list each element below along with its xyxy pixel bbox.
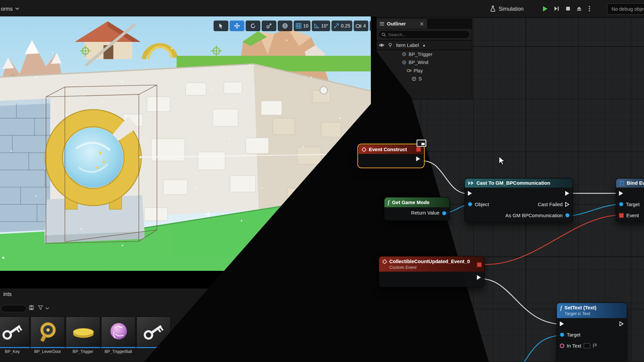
delegate-pin[interactable] bbox=[416, 147, 421, 152]
cast-failed-exec-pin[interactable] bbox=[565, 202, 570, 207]
cast-icon bbox=[468, 181, 474, 185]
chevron-down-icon[interactable] bbox=[45, 307, 49, 310]
rotation-snap-toggle[interactable]: 10° bbox=[312, 20, 330, 31]
pin-label: Target bbox=[626, 201, 640, 207]
asset-tile[interactable]: BP_LeverDoor bbox=[31, 316, 65, 354]
move-icon bbox=[234, 23, 240, 29]
node-title: SetText (Text) bbox=[565, 305, 596, 311]
key-thumbnail-art bbox=[0, 317, 30, 346]
asset-tile[interactable]: BP_TriggerBall bbox=[101, 316, 136, 354]
return-value-pin[interactable] bbox=[442, 211, 446, 215]
window-preview-icon bbox=[417, 139, 426, 147]
unreal-editor-window: orms Simulation No debug obje bbox=[0, 0, 644, 362]
asset-name: BP_TriggerBall bbox=[101, 348, 136, 354]
pin-label: As GM BPCommunication bbox=[505, 213, 563, 218]
rotation-snap-value: 10° bbox=[321, 23, 328, 28]
trigger-ball-thumbnail-art bbox=[101, 317, 136, 346]
grid-snap-icon bbox=[296, 23, 302, 29]
node-bind-event[interactable]: Bind Ev Target Event bbox=[616, 178, 644, 222]
world-local-toggle[interactable] bbox=[278, 20, 292, 31]
pin-label: Target bbox=[567, 332, 581, 338]
node-collectible-count-updated-event[interactable]: CollectibleCountUpdated_Event_0 Custom E… bbox=[379, 256, 485, 287]
exec-out-pin[interactable] bbox=[620, 321, 624, 326]
node-title: Event Construct bbox=[369, 146, 407, 152]
filter-icon[interactable] bbox=[38, 305, 43, 310]
move-tool-button[interactable] bbox=[229, 20, 244, 31]
delegate-pin[interactable] bbox=[477, 262, 482, 267]
exec-out-pin[interactable] bbox=[477, 275, 481, 280]
exec-out-pin[interactable] bbox=[565, 191, 570, 196]
function-icon: f bbox=[560, 305, 562, 312]
node-title: Cast To GM_BPCommunication bbox=[476, 180, 550, 186]
localization-flag-icon[interactable] bbox=[593, 343, 598, 349]
node-cast-to-gm-bpcommunication[interactable]: Cast To GM_BPCommunication Object Cast F… bbox=[465, 178, 573, 222]
asset-tile[interactable]: BP_Trigger bbox=[66, 316, 100, 354]
bind-event-icon bbox=[620, 181, 625, 186]
in-text-value-input[interactable] bbox=[584, 343, 590, 349]
event-delegate-pin[interactable] bbox=[619, 213, 624, 218]
node-set-text[interactable]: f SetText (Text) Target is Text Target I… bbox=[556, 302, 627, 362]
asset-name: BP_LeverDoor bbox=[31, 348, 65, 354]
node-title: Get Game Mode bbox=[392, 199, 430, 205]
pin-label: Event bbox=[626, 213, 639, 218]
pin-label: Object bbox=[475, 201, 489, 207]
angle-snap-icon bbox=[314, 23, 319, 29]
asset-name: BP_Key bbox=[0, 348, 30, 354]
node-event-construct[interactable]: Event Construct bbox=[358, 144, 424, 168]
asset-thumbnail bbox=[101, 316, 136, 347]
save-icon[interactable] bbox=[29, 305, 34, 310]
node-subtitle: Target is Text bbox=[565, 311, 590, 316]
scale-snap-value: 0.25 bbox=[341, 23, 350, 28]
globe-icon bbox=[282, 23, 288, 29]
grid-snap-toggle[interactable]: 10 bbox=[294, 20, 311, 31]
rotate-icon bbox=[250, 23, 256, 29]
exec-in-pin[interactable] bbox=[468, 191, 472, 196]
asset-thumbnail bbox=[66, 316, 100, 347]
camera-speed-value: 4 bbox=[363, 23, 366, 28]
as-gm-bpcommunication-pin[interactable] bbox=[565, 213, 570, 218]
asset-thumbnail bbox=[0, 316, 30, 347]
function-icon: f bbox=[388, 199, 389, 206]
camera-speed-button[interactable]: 4 bbox=[354, 20, 368, 31]
event-icon bbox=[382, 259, 387, 264]
asset-tile[interactable]: BP_Key bbox=[0, 316, 30, 354]
target-pin[interactable] bbox=[619, 202, 623, 206]
exec-out-pin[interactable] bbox=[416, 157, 420, 162]
target-pin[interactable] bbox=[560, 333, 564, 337]
pin-label: In Text bbox=[567, 343, 581, 349]
node-title: CollectibleCountUpdated_Event_0 bbox=[389, 258, 470, 264]
pin-label: Return Value bbox=[411, 210, 440, 216]
grid-snap-value: 10 bbox=[303, 23, 309, 28]
pin-label: Cast Failed bbox=[538, 201, 562, 207]
event-icon bbox=[362, 147, 366, 152]
viewport-toolbar: 10 10° 0.25 4 bbox=[214, 20, 384, 31]
cursor-icon bbox=[218, 23, 224, 29]
asset-thumbnail bbox=[31, 316, 65, 347]
node-get-game-mode[interactable]: f Get Game Mode Return Value bbox=[384, 197, 450, 221]
node-title: Bind Ev bbox=[627, 180, 644, 186]
asset-search-input[interactable] bbox=[1, 305, 26, 312]
select-tool-button[interactable] bbox=[214, 20, 228, 31]
camera-icon bbox=[356, 23, 362, 29]
node-subtitle: Custom Event bbox=[389, 265, 417, 270]
scale-snap-toggle[interactable]: 0.25 bbox=[331, 20, 352, 31]
object-pin[interactable] bbox=[468, 202, 472, 206]
exec-in-pin[interactable] bbox=[619, 191, 623, 196]
scale-tool-button[interactable] bbox=[262, 20, 276, 31]
in-text-pin[interactable] bbox=[560, 344, 564, 348]
trigger-thumbnail-art bbox=[66, 317, 101, 346]
lever-door-thumbnail-art bbox=[31, 317, 65, 346]
asset-name: BP_Trigger bbox=[66, 348, 100, 354]
scale-icon bbox=[266, 23, 272, 29]
exec-in-pin[interactable] bbox=[560, 321, 564, 326]
scale-snap-icon bbox=[334, 23, 339, 29]
rotate-tool-button[interactable] bbox=[246, 20, 260, 31]
